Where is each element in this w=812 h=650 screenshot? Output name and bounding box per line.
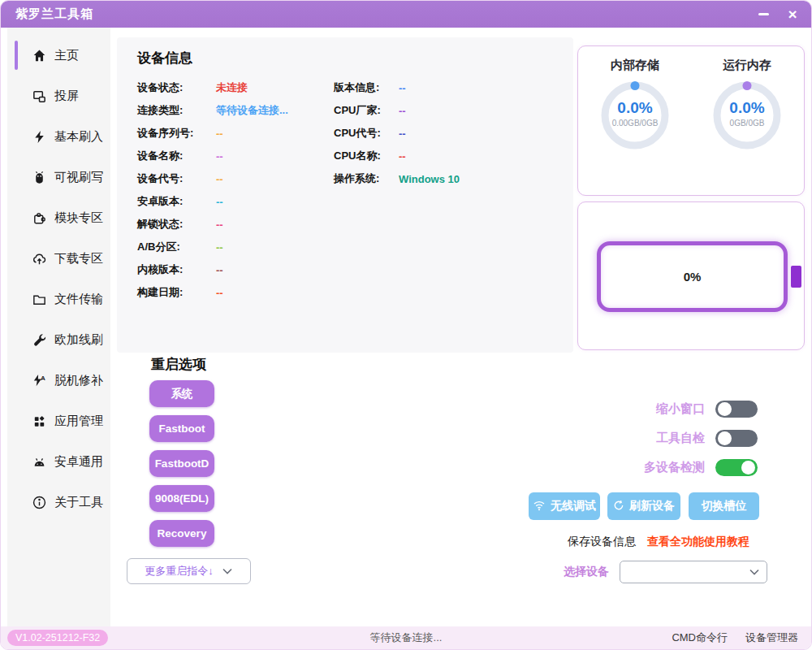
sidebar-item-about[interactable]: 关于工具 xyxy=(7,482,110,522)
memory-gauge-title: 运行内存 xyxy=(702,58,793,73)
reboot-edl-button[interactable]: 9008(EDL) xyxy=(149,485,214,512)
shrink-window-row: 缩小窗口 xyxy=(656,400,758,418)
storage-gauge: 内部存储 0.0% 0.00GB/0GB xyxy=(590,58,680,195)
kernel-version-row: 内核版本:-- xyxy=(137,258,334,281)
device-name-row: 设备名称:-- xyxy=(137,145,334,167)
connection-status-text: 等待设备连接... xyxy=(370,630,443,645)
minimize-button[interactable] xyxy=(754,6,772,24)
device-info-title: 设备信息 xyxy=(137,49,573,67)
device-info-right-column: 版本信息:-- CPU厂家:-- CPU代号:-- CPU名称:-- 操作系统:… xyxy=(334,76,561,304)
connection-type-value: 等待设备连接... xyxy=(216,103,288,118)
lightning-a-icon: A xyxy=(32,373,47,388)
android-version-value: -- xyxy=(216,196,223,208)
sidebar-item-modules[interactable]: 模块专区 xyxy=(7,197,110,238)
cmd-link[interactable]: CMD命令行 xyxy=(672,630,728,645)
device-codename-value: -- xyxy=(216,173,223,185)
cpu-codename-value: -- xyxy=(399,128,406,140)
memory-gauge-dot xyxy=(743,81,752,90)
grid-icon xyxy=(32,414,47,429)
ab-partition-row: A/B分区:-- xyxy=(137,236,334,258)
storage-gauge-ring: 0.0% 0.00GB/0GB xyxy=(599,80,671,151)
reboot-system-button[interactable]: 系统 xyxy=(149,380,214,407)
reboot-fastboot-button[interactable]: Fastboot xyxy=(149,415,214,442)
sidebar-item-visual-flash[interactable]: 可视刷写 xyxy=(7,157,110,197)
cpu-codename-row: CPU代号:-- xyxy=(334,122,561,145)
save-row: 保存设备信息 查看全功能使用教程 xyxy=(568,535,749,549)
device-info-columns: 设备状态:未连接 连接类型:等待设备连接... 设备序列号:-- 设备名称:--… xyxy=(137,76,573,304)
lightning-icon xyxy=(32,129,47,145)
wifi-icon xyxy=(533,500,546,514)
wireless-debug-button[interactable]: 无线调试 xyxy=(529,492,600,520)
version-info-value: -- xyxy=(399,82,406,94)
folder-icon xyxy=(32,292,47,307)
puzzle-icon xyxy=(32,210,47,226)
sidebar-item-file-transfer[interactable]: 文件传输 xyxy=(7,279,110,319)
cpu-vendor-value: -- xyxy=(399,105,406,117)
status-links: CMD命令行 设备管理器 xyxy=(672,630,798,645)
ab-partition-value: -- xyxy=(216,241,223,254)
minimize-icon xyxy=(758,13,769,15)
self-check-toggle[interactable] xyxy=(715,430,758,447)
android-dome-icon xyxy=(32,454,47,470)
device-status-row: 设备状态:未连接 xyxy=(137,76,334,99)
more-restart-commands-dropdown[interactable]: 更多重启指令↓ xyxy=(127,558,251,584)
self-check-label: 工具自检 xyxy=(656,431,705,446)
status-bar: V1.02-251212-F32 等待设备连接... CMD命令行 设备管理器 xyxy=(1,626,811,649)
info-icon xyxy=(32,495,47,510)
memory-gauge-ring: 0.0% 0GB/0GB xyxy=(711,80,783,151)
shrink-window-toggle[interactable] xyxy=(715,401,758,418)
sidebar-item-screencast[interactable]: 投屏 xyxy=(7,76,110,116)
multi-device-label: 多设备检测 xyxy=(644,460,705,475)
svg-text:A: A xyxy=(41,375,45,382)
reboot-recovery-button[interactable]: Recovery xyxy=(149,520,214,547)
refresh-icon xyxy=(613,500,624,514)
device-manager-link[interactable]: 设备管理器 xyxy=(745,630,798,645)
reboot-fastbootd-button[interactable]: FastbootD xyxy=(149,450,214,477)
toggle-knob xyxy=(718,402,732,416)
self-check-row: 工具自检 xyxy=(656,429,758,447)
restart-options-title: 重启选项 xyxy=(151,355,206,374)
cpu-name-value: -- xyxy=(399,150,406,162)
memory-detail: 0GB/0GB xyxy=(711,119,783,128)
unlock-status-row: 解锁状态:-- xyxy=(137,213,334,236)
unlock-status-value: -- xyxy=(216,219,223,231)
tutorial-link[interactable]: 查看全功能使用教程 xyxy=(647,535,749,549)
close-button[interactable]: × xyxy=(784,6,801,24)
title-bar[interactable]: 紫罗兰工具箱 × xyxy=(1,1,811,28)
shrink-window-label: 缩小窗口 xyxy=(656,401,705,417)
restart-buttons: 系统 Fastboot FastbootD 9008(EDL) Recovery xyxy=(149,380,214,547)
main-content: 设备信息 设备状态:未连接 连接类型:等待设备连接... 设备序列号:-- 设备… xyxy=(110,28,811,626)
toggle-knob xyxy=(741,461,755,474)
sidebar-item-android-general[interactable]: 安卓通用 xyxy=(7,441,110,482)
build-date-value: -- xyxy=(216,287,223,299)
sidebar-item-basic-flash[interactable]: 基本刷入 xyxy=(7,116,110,157)
screen-cast-icon xyxy=(32,89,47,104)
sidebar-item-home[interactable]: 主页 xyxy=(7,35,110,76)
sidebar-item-oneplus-flash[interactable]: 欧加线刷 xyxy=(7,319,110,360)
multi-device-row: 多设备检测 xyxy=(644,458,758,476)
switch-slot-button[interactable]: 切换槽位 xyxy=(689,492,759,520)
storage-percent: 0.0% xyxy=(599,99,671,117)
sidebar-item-app-manager[interactable]: 应用管理 xyxy=(7,401,110,441)
cloud-upload-icon xyxy=(32,251,47,266)
window-title: 紫罗兰工具箱 xyxy=(15,6,93,22)
device-select-dropdown[interactable] xyxy=(620,561,767,583)
refresh-devices-button[interactable]: 刷新设备 xyxy=(607,492,680,520)
home-icon xyxy=(32,48,47,63)
battery-indicator: 0% xyxy=(597,241,788,312)
sidebar-item-offline-patch[interactable]: A 脱机修补 xyxy=(7,360,110,401)
memory-gauge: 运行内存 0.0% 0GB/0GB xyxy=(702,58,793,195)
kernel-version-value: -- xyxy=(216,264,223,276)
sidebar-item-downloads[interactable]: 下载专区 xyxy=(7,238,110,279)
save-device-info-button[interactable]: 保存设备信息 xyxy=(568,535,636,549)
android-version-row: 安卓版本:-- xyxy=(137,190,334,213)
chevron-down-icon xyxy=(222,567,233,575)
cpu-name-row: CPU名称:-- xyxy=(334,145,561,167)
version-badge: V1.02-251212-F32 xyxy=(7,630,108,646)
cpu-vendor-row: CPU厂家:-- xyxy=(334,99,561,122)
battery-terminal xyxy=(791,266,801,288)
os-row: 操作系统:Windows 10 xyxy=(334,167,561,190)
multi-device-toggle[interactable] xyxy=(715,459,758,476)
memory-percent: 0.0% xyxy=(711,99,783,117)
chevron-down-icon xyxy=(749,568,760,576)
